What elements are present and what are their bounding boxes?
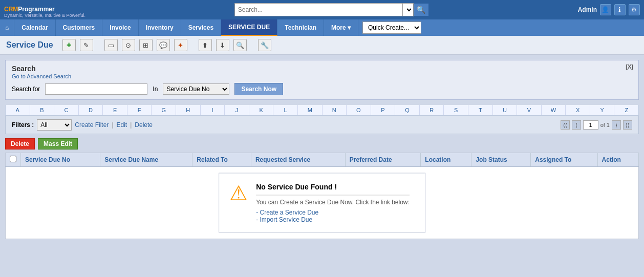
edit-button[interactable]: ✎ (80, 39, 93, 51)
alpha-d[interactable]: D (79, 105, 103, 115)
alpha-x[interactable]: X (566, 105, 590, 115)
info-icon[interactable]: ℹ (614, 4, 626, 15)
col-job-status[interactable]: Job Status (471, 153, 531, 167)
alpha-u[interactable]: U (493, 105, 518, 115)
search-panel: [X] Search Go to Advanced Search Search … (5, 60, 639, 100)
alpha-a[interactable]: A (6, 105, 30, 115)
advanced-search-link[interactable]: Go to Advanced Search (12, 73, 71, 79)
alpha-i[interactable]: I (201, 105, 225, 115)
nav-services[interactable]: Services (181, 19, 221, 36)
alpha-g[interactable]: G (152, 105, 176, 115)
col-service-due-no[interactable]: Service Due No (21, 153, 100, 167)
pagination-current[interactable] (583, 120, 598, 130)
alpha-q[interactable]: Q (395, 105, 420, 115)
search-in-select[interactable]: Service Due No Service Due Name Related … (163, 83, 229, 95)
alpha-e[interactable]: E (103, 105, 127, 115)
alpha-s[interactable]: S (444, 105, 468, 115)
filter-select[interactable]: All Active Inactive (37, 119, 72, 131)
col-service-due-name[interactable]: Service Due Name (100, 153, 192, 167)
col-preferred-date[interactable]: Preferred Date (345, 153, 420, 167)
delete-filter-link[interactable]: Delete (135, 121, 153, 129)
nav-bar: ⌂ Calendar Customers Invoice Inventory S… (0, 19, 644, 36)
pagination-next[interactable]: ⟩ (612, 120, 621, 130)
filters-label: Filters : (12, 121, 34, 129)
delete-button[interactable]: Delete (5, 138, 35, 150)
import-service-due-link[interactable]: - Import Service Due (256, 216, 312, 223)
alpha-n[interactable]: N (323, 105, 347, 115)
alpha-c[interactable]: C (54, 105, 79, 115)
import-button[interactable]: ✦ (174, 39, 187, 51)
search-text-input[interactable] (45, 83, 147, 95)
nav-invoice[interactable]: Invoice (102, 19, 138, 36)
logo-area: CRMProgrammer Dynamic, Versatile, Intuit… (4, 2, 85, 18)
alpha-v[interactable]: V (517, 105, 542, 115)
alpha-f[interactable]: F (127, 105, 152, 115)
alpha-k[interactable]: K (249, 105, 274, 115)
col-requested-service[interactable]: Requested Service (251, 153, 345, 167)
top-search-input[interactable] (234, 3, 403, 16)
empty-area: ⚠ No Service Due Found ! You can Create … (6, 167, 638, 239)
logo-tagline: Dynamic, Versatile, Intuitive & Powerful… (4, 13, 85, 18)
select-all-col[interactable] (6, 153, 21, 167)
alpha-r[interactable]: R (420, 105, 444, 115)
nav-customers[interactable]: Customers (56, 19, 103, 36)
search-records-button[interactable]: 🔍 (233, 39, 247, 51)
alpha-p[interactable]: P (371, 105, 396, 115)
mass-edit-button[interactable]: Mass Edit (38, 138, 78, 150)
import-service-due-line: - Import Service Due (256, 216, 410, 223)
empty-description: You can Create a Service Due Now. Click … (256, 199, 410, 206)
top-search-type-select[interactable] (403, 3, 414, 16)
create-service-due-link[interactable]: - Create a Service Due (256, 209, 318, 216)
search-row: Search for In Service Due No Service Due… (12, 83, 632, 95)
alpha-t[interactable]: T (468, 105, 493, 115)
table-header-row: Service Due No Service Due Name Related … (6, 153, 639, 167)
wrench-button[interactable]: 🔧 (258, 39, 271, 51)
alpha-m[interactable]: M (298, 105, 323, 115)
alpha-y[interactable]: Y (590, 105, 615, 115)
top-bar: CRMProgrammer Dynamic, Versatile, Intuit… (0, 0, 644, 19)
settings-icon[interactable]: ⚙ (629, 4, 640, 15)
alpha-l[interactable]: L (273, 105, 298, 115)
alpha-h[interactable]: H (176, 105, 201, 115)
nav-more[interactable]: More ▾ (324, 19, 358, 36)
create-filter-link[interactable]: Create Filter (75, 121, 109, 129)
user-icon[interactable]: 👤 (600, 4, 611, 15)
col-assigned-to[interactable]: Assigned To (531, 153, 597, 167)
select-all-checkbox[interactable] (10, 156, 16, 162)
nav-calendar[interactable]: Calendar (14, 19, 55, 36)
nav-technician[interactable]: Technician (277, 19, 324, 36)
history-button[interactable]: ⊙ (122, 39, 135, 51)
logo-crm: CRM (4, 6, 18, 13)
pagination: ⟨⟨ ⟨ of 1 ⟩ ⟩⟩ (561, 120, 632, 130)
alpha-b[interactable]: B (30, 105, 55, 115)
col-location[interactable]: Location (421, 153, 471, 167)
duplicate-button[interactable]: ⊞ (139, 39, 153, 51)
quick-create-select[interactable]: Quick Create... Service Due Customer Inv… (362, 22, 421, 34)
edit-filter-link[interactable]: Edit (117, 121, 127, 129)
col-action: Action (597, 153, 638, 167)
nav-service-due[interactable]: SERVICE DUE (221, 19, 277, 36)
alpha-j[interactable]: J (225, 105, 249, 115)
top-search-button[interactable]: 🔍 (414, 3, 429, 16)
records-table: Service Due No Service Due Name Related … (5, 153, 639, 239)
search-close-button[interactable]: [X] (626, 63, 633, 70)
top-right-area: Admin 👤 ℹ ⚙ (578, 4, 640, 15)
comment-button[interactable]: 💬 (157, 39, 170, 51)
alpha-o[interactable]: O (347, 105, 371, 115)
nav-inventory[interactable]: Inventory (139, 19, 181, 36)
alpha-z[interactable]: Z (614, 105, 638, 115)
export-in-button[interactable]: ⬇ (216, 39, 229, 51)
pagination-prev[interactable]: ⟨ (572, 120, 581, 130)
content-area: [X] Search Go to Advanced Search Search … (0, 55, 644, 244)
in-label: In (153, 86, 158, 93)
search-now-button[interactable]: Search Now (234, 83, 283, 95)
pagination-last[interactable]: ⟩⟩ (623, 120, 632, 130)
nav-home[interactable]: ⌂ (0, 19, 14, 36)
page-title: Service Due (6, 40, 53, 50)
view-button[interactable]: ▭ (104, 39, 118, 51)
pagination-first[interactable]: ⟨⟨ (561, 120, 570, 130)
export-out-button[interactable]: ⬆ (199, 39, 212, 51)
col-related-to[interactable]: Related To (192, 153, 251, 167)
add-button[interactable]: + (62, 39, 76, 51)
alpha-w[interactable]: W (542, 105, 566, 115)
